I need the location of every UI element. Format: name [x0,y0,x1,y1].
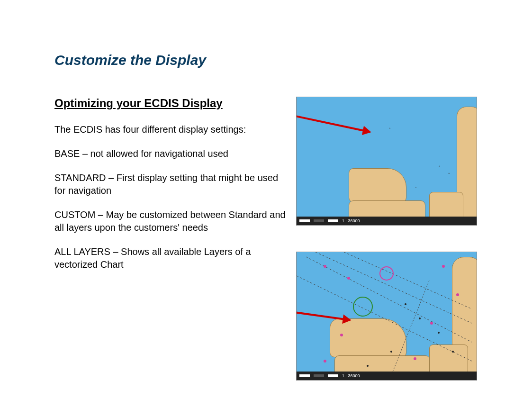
svg-point-13 [414,357,416,360]
svg-line-4 [391,281,429,375]
ecdis-chart-base: ◦ ◦ ◦ ◦ 1 : 36000 [296,97,477,226]
scale-bar: 1 : 36000 [297,217,477,225]
svg-line-0 [306,257,472,342]
slide-title: Customize the Display [54,52,504,68]
standard-setting: STANDARD – First display setting that mi… [54,172,287,197]
scale-label: 1 : 36000 [342,218,360,223]
svg-point-14 [324,360,326,363]
text-column: Optimizing your ECDIS Display The ECDIS … [54,97,296,381]
svg-point-19 [367,365,369,367]
custom-setting: CUSTOM – May be customized between Stand… [54,209,287,234]
svg-point-15 [405,303,406,305]
svg-point-9 [442,265,445,268]
content-row: Optimizing your ECDIS Display The ECDIS … [54,97,504,381]
all-layers-setting: ALL LAYERS – Shows all available Layers … [54,245,287,271]
subheading: Optimizing your ECDIS Display [54,97,287,110]
intro-paragraph: The ECDIS has four different display set… [54,123,287,136]
svg-point-10 [456,293,459,296]
base-setting: BASE – not allowed for navigational used [54,147,287,160]
svg-point-18 [390,351,392,353]
slide: Customize the Display Optimizing your EC… [0,0,532,399]
svg-line-2 [297,276,472,361]
scale-label: 1 : 36000 [342,373,360,378]
svg-point-12 [430,322,433,325]
svg-point-5 [380,267,393,280]
svg-point-7 [324,265,326,268]
svg-line-3 [344,252,472,309]
svg-line-1 [316,252,472,323]
svg-point-20 [452,351,454,353]
scale-bar: 1 : 36000 [297,372,477,380]
svg-point-17 [438,332,440,334]
svg-point-6 [353,297,372,316]
ecdis-chart-all-layers: 1 : 36000 [296,252,477,381]
svg-point-11 [340,334,343,336]
svg-point-8 [347,277,350,280]
pointer-arrow-icon [296,111,370,133]
svg-point-16 [419,317,421,319]
image-column: ◦ ◦ ◦ ◦ 1 : 36000 [296,97,504,381]
